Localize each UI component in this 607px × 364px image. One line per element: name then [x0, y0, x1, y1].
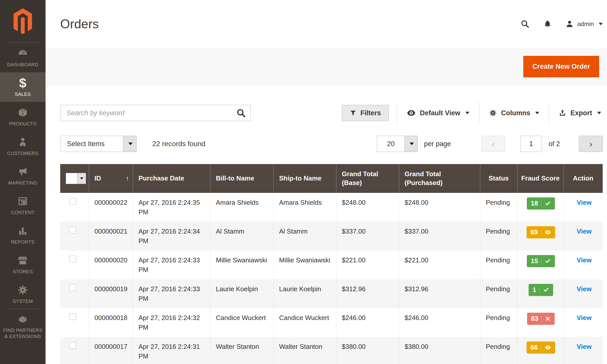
find-partners-icon	[17, 313, 29, 325]
column-header-id[interactable]: ID↑	[89, 164, 133, 193]
fraud-score-badge: 18	[527, 197, 555, 210]
order-id: 000000017	[89, 337, 133, 364]
per-page-dropdown[interactable]: 20	[377, 136, 418, 152]
gear-icon	[489, 109, 497, 117]
sidebar-item-reports[interactable]: REPORTS	[0, 220, 46, 250]
fraud-score-badge: 15	[527, 255, 555, 267]
order-id: 000000019	[89, 279, 133, 308]
notifications-bell-icon[interactable]	[543, 19, 552, 29]
sidebar-item-system[interactable]: SYSTEM	[0, 279, 46, 309]
row-checkbox[interactable]	[69, 227, 76, 234]
columns-dropdown[interactable]: Columns	[479, 109, 549, 117]
default-view-dropdown[interactable]: Default View	[397, 109, 479, 117]
row-checkbox[interactable]	[69, 256, 76, 262]
main-content: Orders admin	[46, 0, 607, 364]
purchase-date: Apr 27, 2016 2:24:34 PM	[133, 222, 210, 251]
ship-to-name: Amara Shields	[273, 193, 336, 222]
create-new-order-button[interactable]: Create New Order	[523, 56, 599, 77]
sidebar-item-label: SYSTEM	[11, 298, 34, 304]
dashboard-icon	[17, 47, 29, 59]
view-order-link[interactable]: View	[577, 343, 592, 350]
magento-logo[interactable]	[0, 0, 46, 42]
column-header-grand-total-base[interactable]: Grand Total (Base)	[336, 164, 399, 193]
search-submit-icon[interactable]	[236, 108, 246, 118]
bill-to-name: Al Stamm	[210, 222, 273, 251]
grand-total-base: $312.96	[336, 279, 399, 308]
purchase-date: Apr 27, 2016 2:24:31 PM	[133, 337, 210, 364]
previous-page-button[interactable]: ‹	[481, 136, 505, 152]
status-badge: Pending	[480, 251, 517, 279]
sidebar-item-label: STORES	[11, 269, 34, 275]
row-checkbox[interactable]	[69, 342, 76, 349]
column-header-action[interactable]: Action	[563, 164, 603, 193]
sidebar-item-marketing[interactable]: MARKETING	[0, 161, 46, 191]
row-checkbox[interactable]	[69, 198, 76, 205]
next-page-button[interactable]: ›	[579, 136, 603, 152]
status-badge: Pending	[480, 193, 517, 222]
table-row: 000000017 Apr 27, 2016 2:24:31 PM Walter…	[60, 337, 603, 364]
orders-table: ID↑ Purchase Date Bill-to Name Ship-to N…	[60, 164, 603, 364]
purchase-date: Apr 27, 2016 2:24:33 PM	[133, 251, 210, 279]
column-header-grand-total-purchased[interactable]: Grand Total (Purchased)	[399, 164, 480, 193]
column-header-ship-to[interactable]: Ship-to Name	[273, 164, 336, 193]
grand-total-purchased: $312.96	[399, 279, 480, 308]
grand-total-base: $248.00	[336, 193, 399, 222]
row-checkbox[interactable]	[69, 313, 76, 320]
customers-icon	[17, 136, 29, 148]
sidebar-item-label: PRODUCTS	[7, 121, 38, 127]
select-all-checkbox[interactable]	[66, 173, 77, 184]
grand-total-base: $337.00	[336, 222, 399, 251]
column-header-bill-to[interactable]: Bill-to Name	[210, 164, 273, 193]
grand-total-purchased: $248.00	[399, 193, 480, 222]
column-header-purchase-date[interactable]: Purchase Date	[133, 164, 210, 193]
table-row: 000000022 Apr 27, 2016 2:24:35 PM Amara …	[60, 193, 603, 222]
view-order-link[interactable]: View	[577, 199, 592, 206]
system-icon	[17, 284, 29, 296]
total-pages-text: of 2	[549, 140, 560, 148]
table-row: 000000021 Apr 27, 2016 2:24:34 PM Al Sta…	[60, 222, 603, 251]
sidebar-item-dashboard[interactable]: DASHBOARD	[0, 43, 46, 72]
view-order-link[interactable]: View	[577, 256, 592, 264]
ship-to-name: Millie Swaniawski	[273, 251, 336, 279]
sidebar-item-find-partners[interactable]: FIND PARTNERS & EXTENSIONS	[0, 309, 46, 343]
sidebar-item-stores[interactable]: STORES	[0, 250, 46, 279]
fraud-score-badge: 69	[527, 226, 555, 238]
sidebar-item-products[interactable]: PRODUCTS	[0, 102, 46, 131]
column-header-fraud-score[interactable]: Fraud Score	[517, 164, 563, 193]
grid-toolbar: Filters Default View	[46, 102, 607, 124]
ship-to-name: Al Stamm	[273, 222, 336, 251]
column-header-status[interactable]: Status	[480, 164, 517, 193]
row-checkbox[interactable]	[69, 284, 76, 291]
view-order-link[interactable]: View	[577, 228, 592, 235]
sidebar-item-sales[interactable]: $ SALES	[0, 72, 46, 102]
bill-to-name: Amara Shields	[210, 193, 273, 222]
select-options-dropdown[interactable]	[77, 173, 86, 184]
export-dropdown[interactable]: Export	[549, 109, 603, 117]
bill-to-name: Millie Swaniawski	[210, 251, 273, 279]
chevron-down-icon	[535, 112, 539, 114]
select-items-dropdown[interactable]: Select Items	[60, 136, 137, 152]
current-page-input[interactable]	[520, 136, 542, 152]
table-row: 000000019 Apr 27, 2016 2:24:33 PM Laurie…	[60, 279, 603, 308]
chevron-down-icon	[123, 136, 136, 152]
order-id: 000000020	[89, 251, 133, 279]
stores-icon	[17, 254, 29, 266]
admin-user-menu[interactable]: admin	[566, 20, 603, 28]
select-all-control[interactable]	[66, 173, 86, 184]
filters-button[interactable]: Filters	[342, 105, 389, 121]
records-found-text: 22 records found	[152, 140, 205, 148]
order-id: 000000021	[89, 222, 133, 251]
sidebar-item-label: MARKETING	[7, 180, 39, 186]
sidebar-item-customers[interactable]: CUSTOMERS	[0, 131, 46, 161]
chevron-down-icon	[465, 112, 469, 114]
global-search-icon[interactable]	[521, 19, 530, 29]
view-order-link[interactable]: View	[577, 314, 592, 322]
admin-user-name: admin	[577, 20, 594, 28]
sidebar-item-label: CUSTOMERS	[6, 150, 40, 156]
eye-icon	[545, 230, 551, 235]
search-input[interactable]	[60, 105, 251, 121]
view-order-link[interactable]: View	[577, 285, 592, 293]
purchase-date: Apr 27, 2016 2:24:33 PM	[133, 279, 210, 308]
sidebar-item-content[interactable]: CONTENT	[0, 191, 46, 220]
fraud-score-badge: 83	[527, 313, 555, 325]
